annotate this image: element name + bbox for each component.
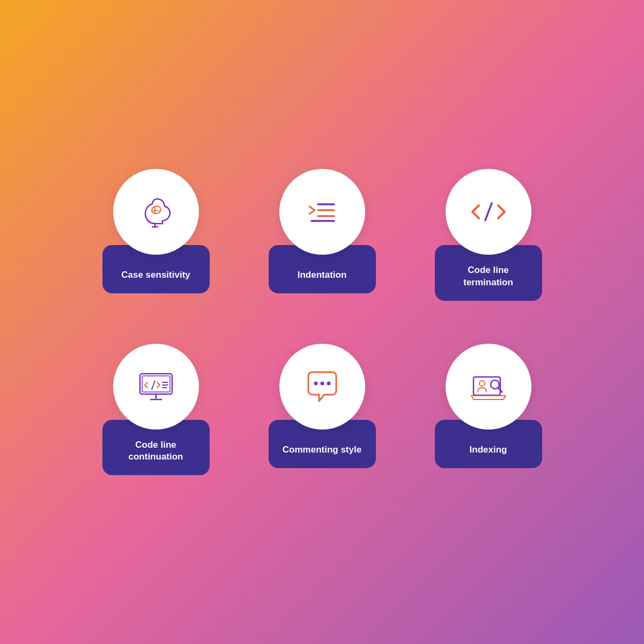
- cards-grid: Case sensitivity Indentation: [102, 169, 542, 476]
- label-code-line-termination: Code line termination: [448, 264, 529, 289]
- chat-bubble-icon: [301, 365, 344, 408]
- card-case-sensitivity[interactable]: Case sensitivity: [102, 169, 210, 301]
- card-code-line-continuation[interactable]: Code line continuation: [102, 344, 210, 476]
- card-indentation[interactable]: Indentation: [269, 169, 376, 301]
- label-indexing: Indexing: [470, 444, 507, 456]
- label-indentation: Indentation: [298, 269, 347, 282]
- indent-lines-icon: [301, 190, 344, 233]
- icon-circle-commenting-style: [279, 344, 365, 430]
- icon-circle-code-line-continuation: [113, 344, 199, 430]
- card-indexing[interactable]: Indexing: [435, 344, 542, 476]
- icon-circle-case-sensitivity: [113, 169, 199, 255]
- brain-leaf-icon: [135, 190, 177, 233]
- code-brackets-icon: [467, 190, 510, 233]
- card-commenting-style[interactable]: Commenting style: [269, 344, 376, 476]
- label-code-line-continuation: Code line continuation: [115, 439, 197, 464]
- svg-point-17: [479, 381, 485, 386]
- svg-point-14: [320, 381, 324, 385]
- label-commenting-style: Commenting style: [283, 444, 361, 456]
- svg-point-15: [327, 381, 330, 385]
- icon-circle-indentation: [279, 169, 365, 255]
- svg-rect-5: [140, 374, 172, 394]
- laptop-search-icon: [467, 365, 510, 408]
- svg-point-13: [314, 381, 317, 385]
- monitor-code-icon: [135, 365, 177, 408]
- card-code-line-termination[interactable]: Code line termination: [435, 169, 542, 301]
- label-case-sensitivity: Case sensitivity: [121, 269, 190, 282]
- svg-line-4: [485, 203, 492, 220]
- icon-circle-code-line-termination: [446, 169, 531, 255]
- svg-line-9: [152, 381, 155, 389]
- icon-circle-indexing: [446, 344, 531, 430]
